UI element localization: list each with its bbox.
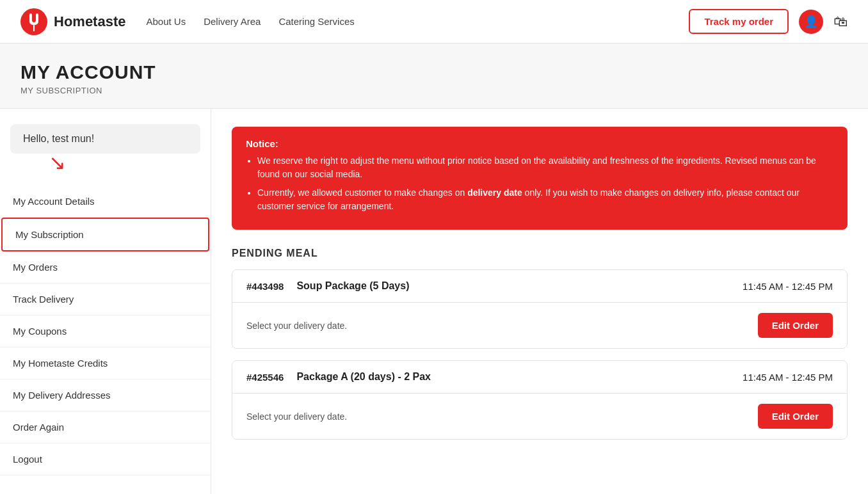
- nav-item-catering[interactable]: Catering Services: [278, 16, 354, 27]
- page-title: MY ACCOUNT: [20, 61, 848, 83]
- notice-item-1: We reserve the right to adjust the menu …: [257, 154, 833, 181]
- sidebar-link-track-delivery[interactable]: Track Delivery: [0, 283, 211, 315]
- sidebar-nav: My Account Details My Subscription My Or…: [0, 186, 211, 475]
- sidebar-link-account-details[interactable]: My Account Details: [0, 186, 211, 217]
- sidebar-item-account-details[interactable]: My Account Details: [0, 186, 211, 218]
- user-icon-button[interactable]: 👤: [799, 10, 823, 34]
- delivery-date-prompt-2: Select your delivery date.: [246, 411, 347, 422]
- meal-card-2: #425546 Package A (20 days) - 2 Pax 11:4…: [232, 360, 848, 440]
- meal-card-2-header: #425546 Package A (20 days) - 2 Pax 11:4…: [232, 361, 847, 394]
- track-order-button[interactable]: Track my order: [689, 9, 789, 34]
- header-left: Hometaste About Us Delivery Area Caterin…: [20, 8, 355, 35]
- notice-list: We reserve the right to adjust the menu …: [246, 154, 833, 213]
- meal-order-id-2: #425546: [246, 372, 284, 383]
- main-content: Notice: We reserve the right to adjust t…: [211, 109, 868, 494]
- sidebar-item-my-subscription[interactable]: My Subscription: [1, 218, 209, 251]
- meal-name-2: Package A (20 days) - 2 Pax: [284, 371, 743, 383]
- notice-item-2: Currently, we allowed customer to make c…: [257, 186, 833, 213]
- logo-icon: [20, 8, 47, 35]
- nav-item-delivery[interactable]: Delivery Area: [204, 16, 261, 27]
- sidebar-link-my-coupons[interactable]: My Coupons: [0, 315, 211, 347]
- svg-rect-1: [33, 25, 35, 31]
- meal-time-1: 11:45 AM - 12:45 PM: [743, 281, 833, 292]
- sidebar-item-track-delivery[interactable]: Track Delivery: [0, 283, 211, 315]
- sidebar-item-delivery-addresses[interactable]: My Delivery Addresses: [0, 379, 211, 411]
- pending-meal-section: PENDING MEAL #443498 Soup Package (5 Day…: [232, 248, 848, 440]
- edit-order-button-1[interactable]: Edit Order: [758, 313, 833, 338]
- greeting-box: Hello, test mun! ↘: [10, 124, 200, 154]
- header-right: Track my order 👤 🛍: [689, 9, 848, 34]
- meal-card-1-body: Select your delivery date. Edit Order: [232, 303, 847, 348]
- nav-link-catering[interactable]: Catering Services: [278, 16, 354, 27]
- brand-name: Hometaste: [54, 13, 125, 30]
- edit-order-button-2[interactable]: Edit Order: [758, 404, 833, 429]
- main-layout: Hello, test mun! ↘ My Account Details My…: [0, 109, 868, 494]
- sidebar-link-delivery-addresses[interactable]: My Delivery Addresses: [0, 379, 211, 411]
- site-header: Hometaste About Us Delivery Area Caterin…: [0, 0, 868, 44]
- sidebar-link-logout[interactable]: Logout: [0, 443, 211, 475]
- sidebar-link-order-again[interactable]: Order Again: [0, 411, 211, 443]
- meal-card-1: #443498 Soup Package (5 Days) 11:45 AM -…: [232, 269, 848, 349]
- sidebar: Hello, test mun! ↘ My Account Details My…: [0, 109, 211, 494]
- logo-link[interactable]: Hometaste: [20, 8, 125, 35]
- delivery-date-prompt-1: Select your delivery date.: [246, 321, 347, 331]
- meal-time-2: 11:45 AM - 12:45 PM: [743, 372, 833, 383]
- meal-order-id-1: #443498: [246, 281, 284, 292]
- sidebar-label-my-subscription: My Subscription: [3, 219, 208, 250]
- nav-links: About Us Delivery Area Catering Services: [146, 16, 354, 27]
- nav-item-about[interactable]: About Us: [146, 16, 186, 27]
- main-nav: About Us Delivery Area Catering Services: [146, 16, 354, 27]
- sidebar-item-logout[interactable]: Logout: [0, 443, 211, 475]
- bag-icon-button[interactable]: 🛍: [833, 13, 848, 30]
- notice-title: Notice:: [246, 138, 833, 149]
- nav-link-about[interactable]: About Us: [146, 16, 186, 27]
- arrow-indicator: ↘: [49, 152, 66, 173]
- page-header: MY ACCOUNT MY SUBSCRIPTION: [0, 44, 868, 109]
- page-subtitle: MY SUBSCRIPTION: [20, 86, 848, 95]
- meal-card-2-body: Select your delivery date. Edit Order: [232, 394, 847, 439]
- sidebar-link-hometaste-credits[interactable]: My Hometaste Credits: [0, 347, 211, 379]
- pending-meal-title: PENDING MEAL: [232, 248, 848, 259]
- sidebar-link-my-orders[interactable]: My Orders: [0, 251, 211, 283]
- sidebar-item-hometaste-credits[interactable]: My Hometaste Credits: [0, 347, 211, 379]
- user-icon: 👤: [804, 15, 818, 29]
- sidebar-item-order-again[interactable]: Order Again: [0, 411, 211, 443]
- sidebar-item-my-coupons[interactable]: My Coupons: [0, 315, 211, 347]
- nav-link-delivery[interactable]: Delivery Area: [204, 16, 261, 27]
- meal-name-1: Soup Package (5 Days): [284, 280, 743, 292]
- meal-card-1-header: #443498 Soup Package (5 Days) 11:45 AM -…: [232, 270, 847, 303]
- greeting-text: Hello, test mun!: [23, 133, 94, 144]
- notice-box: Notice: We reserve the right to adjust t…: [232, 127, 848, 230]
- sidebar-item-my-orders[interactable]: My Orders: [0, 251, 211, 283]
